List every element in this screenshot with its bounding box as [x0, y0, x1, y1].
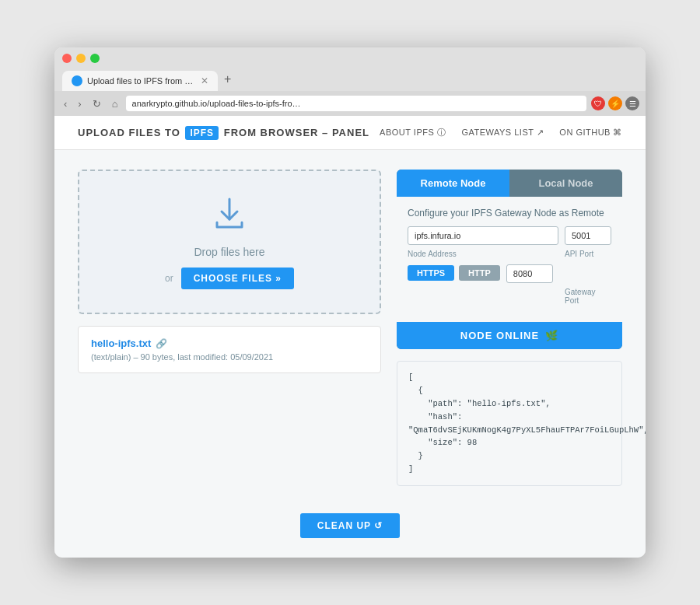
file-info-box: hello-ipfs.txt 🔗 (text/plain) – 90 bytes…: [78, 326, 381, 373]
home-button[interactable]: ⌂: [109, 96, 121, 111]
drop-zone[interactable]: Drop files here or CHOOSE FILES »: [78, 170, 381, 314]
back-button[interactable]: ‹: [61, 96, 70, 111]
protocol-row: HTTPS HTTP: [408, 264, 500, 282]
browser-window: Upload files to IPFS from Brow… ✕ + ‹ › …: [54, 47, 646, 557]
or-label: or: [165, 273, 173, 284]
address-bar-row: ‹ › ↻ ⌂ 🛡 ⚡ ☰: [54, 91, 646, 116]
choose-files-button[interactable]: CHOOSE FILES »: [181, 268, 294, 289]
download-icon: [211, 194, 248, 236]
node-tabs: Remote Node Local Node: [397, 170, 622, 197]
node-config-card: Remote Node Local Node Configure your IP…: [397, 170, 622, 349]
nav-about-ipfs[interactable]: ABOUT IPFS ⓘ: [380, 127, 446, 138]
nav-on-github[interactable]: ON GITHUB ⌘: [559, 128, 622, 138]
gateway-row: HTTPS HTTP: [408, 264, 611, 283]
nav-gateways-list[interactable]: GATEWAYS LIST ↗: [461, 128, 544, 138]
node-online-button[interactable]: NODE ONLINE 🌿: [397, 322, 622, 349]
tab-bar: Upload files to IPFS from Brow… ✕ +: [62, 69, 638, 91]
json-output: [ { "path": "hello-ipfs.txt", "hash": "Q…: [397, 361, 622, 485]
active-tab[interactable]: Upload files to IPFS from Brow… ✕: [62, 71, 218, 91]
configure-label: Configure your IPFS Gateway Node as Remo…: [408, 208, 611, 219]
reload-button[interactable]: ↻: [89, 96, 104, 111]
https-button[interactable]: HTTPS: [408, 265, 454, 281]
file-meta: (text/plain) – 90 bytes, last modified: …: [91, 352, 368, 362]
left-panel: Drop files here or CHOOSE FILES » hello-…: [78, 170, 381, 485]
leaf-icon: 🌿: [545, 330, 558, 341]
site-nav: ABOUT IPFS ⓘ GATEWAYS LIST ↗ ON GITHUB ⌘: [380, 127, 622, 138]
shield-icon: 🛡: [591, 96, 605, 110]
address-bar[interactable]: [126, 96, 586, 111]
close-button[interactable]: [62, 54, 72, 63]
main-area: Drop files here or CHOOSE FILES » hello-…: [54, 150, 646, 505]
drop-text: Drop files here: [194, 246, 264, 258]
logo-prefix: UPLOAD FILES TO: [78, 127, 180, 138]
api-port-input[interactable]: [565, 226, 611, 245]
traffic-lights: [62, 54, 638, 63]
node-address-input[interactable]: [408, 226, 558, 245]
address-port-row: [408, 226, 611, 245]
minimize-button[interactable]: [76, 54, 86, 63]
site-logo: UPLOAD FILES TO IPFS FROM BROWSER – PANE…: [78, 127, 369, 138]
gateway-port-input[interactable]: [506, 264, 553, 283]
extension-icon: ⚡: [608, 96, 622, 110]
tab-remote-node[interactable]: Remote Node: [397, 170, 509, 197]
right-panel: Remote Node Local Node Configure your IP…: [397, 170, 622, 485]
tab-close-icon[interactable]: ✕: [201, 75, 208, 86]
link-icon: 🔗: [156, 338, 167, 349]
browser-icons: 🛡 ⚡ ☰: [591, 96, 639, 110]
logo-suffix: FROM BROWSER – PANEL: [224, 127, 369, 138]
bottom-area: CLEAN UP ↺: [54, 505, 646, 558]
tab-title: Upload files to IPFS from Brow…: [87, 76, 196, 86]
cleanup-button[interactable]: CLEAN UP ↺: [300, 513, 400, 538]
drop-or: or CHOOSE FILES »: [165, 268, 294, 289]
logo-ipfs: IPFS: [185, 126, 219, 140]
browser-chrome: Upload files to IPFS from Brow… ✕ +: [54, 47, 646, 91]
page-content: UPLOAD FILES TO IPFS FROM BROWSER – PANE…: [54, 116, 646, 557]
new-tab-button[interactable]: +: [219, 69, 236, 89]
maximize-button[interactable]: [90, 54, 100, 63]
site-header: UPLOAD FILES TO IPFS FROM BROWSER – PANE…: [54, 116, 646, 150]
tab-favicon: [72, 75, 82, 86]
address-port-labels: Node Address API Port: [408, 250, 611, 258]
tab-local-node[interactable]: Local Node: [509, 170, 622, 197]
gateway-port-label-row: Gateway Port: [408, 288, 611, 305]
file-name: hello-ipfs.txt 🔗: [91, 337, 368, 349]
menu-icon[interactable]: ☰: [625, 96, 639, 110]
http-button[interactable]: HTTP: [459, 265, 500, 281]
node-body: Configure your IPFS Gateway Node as Remo…: [397, 197, 622, 322]
forward-button[interactable]: ›: [75, 96, 84, 111]
